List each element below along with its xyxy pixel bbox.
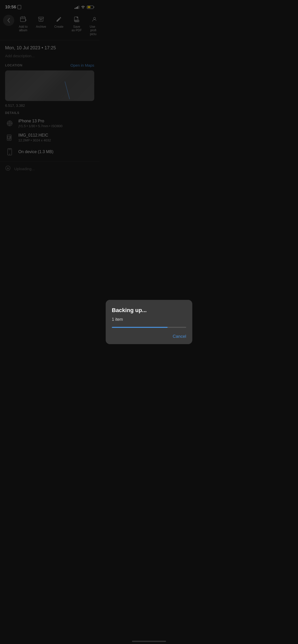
- modal-overlay: Backing up... 1 item Cancel: [0, 0, 99, 215]
